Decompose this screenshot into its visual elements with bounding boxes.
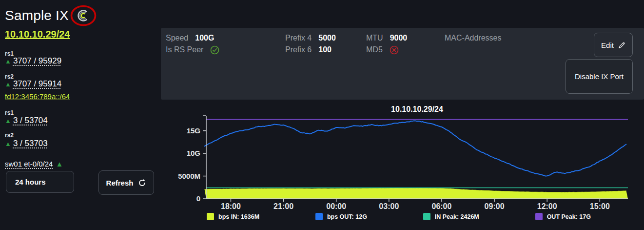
check-circle-icon xyxy=(210,45,219,55)
mac-addresses-field: MAC-Addresses xyxy=(445,33,501,43)
legend-label: bps IN: 1636M xyxy=(218,213,259,220)
rs2-v6-label: rs2 xyxy=(5,132,14,139)
rs-peer-field: Is RS Peer xyxy=(166,45,219,55)
svg-text:15G: 15G xyxy=(187,126,200,135)
mtu-value: 9000 xyxy=(390,34,408,42)
svg-text:15:00: 15:00 xyxy=(590,202,610,210)
legend-item-bps-out[interactable]: bps OUT: 12G xyxy=(315,213,367,220)
up-triangle-icon: ▲ xyxy=(5,58,11,64)
up-triangle-icon: ▲ xyxy=(56,160,63,167)
rs1-v6-prefixes[interactable]: 3 / 53704 xyxy=(13,116,48,125)
prefix4-field: Prefix 4 5000 xyxy=(285,33,336,43)
time-range-select[interactable]: 24 hours xyxy=(6,171,74,193)
header: Sample IX xyxy=(5,5,97,26)
switch-port-link[interactable]: sw01 et-0/0/24 xyxy=(5,160,53,168)
mac-addresses-label: MAC-Addresses xyxy=(445,34,501,42)
speed-value: 100G xyxy=(195,34,214,42)
svg-text:18:00: 18:00 xyxy=(221,202,241,210)
disable-ix-port-button[interactable]: Disable IX Port xyxy=(566,59,633,94)
switch-port-row: sw01 et-0/0/24 ▲ xyxy=(5,160,63,168)
port-info-panel: Speed 100G Is RS Peer Prefix 4 5000 Pref… xyxy=(161,28,644,100)
md5-label: MD5 xyxy=(366,45,383,54)
traffic-chart: 10.10.10.29/2405000M10G15G18:0021:0000:0… xyxy=(161,100,644,211)
ix-dashboard: Sample IX 10.10.10.29/24 rs1 ▲ 3707 / 95… xyxy=(0,0,644,230)
legend-color-swatch xyxy=(423,213,430,220)
page-title: Sample IX xyxy=(5,8,69,23)
svg-text:10G: 10G xyxy=(187,149,200,157)
svg-text:00:00: 00:00 xyxy=(326,202,346,210)
pencil-icon xyxy=(618,42,625,49)
prefix6-value: 100 xyxy=(318,45,332,54)
legend-color-swatch xyxy=(315,213,323,220)
refresh-label: Refresh xyxy=(106,179,134,187)
up-triangle-icon: ▲ xyxy=(5,81,11,87)
rs2-v4-prefixes[interactable]: 3707 / 95914 xyxy=(13,79,61,89)
rs-peer-label: Is RS Peer xyxy=(166,45,203,54)
speed-field: Speed 100G xyxy=(166,33,214,43)
md5-field: MD5 xyxy=(366,45,399,55)
legend-color-swatch xyxy=(535,213,543,220)
chart-legend: bps IN: 1636Mbps OUT: 12GIN Peak: 2426MO… xyxy=(207,213,591,220)
cross-circle-icon xyxy=(390,45,399,55)
svg-text:21:00: 21:00 xyxy=(273,202,293,210)
svg-text:09:00: 09:00 xyxy=(485,202,505,210)
rs1-v4-prefixes[interactable]: 3707 / 95929 xyxy=(13,56,61,66)
up-triangle-icon: ▲ xyxy=(5,141,11,147)
svg-text:12:00: 12:00 xyxy=(537,202,557,210)
prefix4-label: Prefix 4 xyxy=(285,34,312,42)
mtu-label: MTU xyxy=(366,34,383,42)
legend-color-swatch xyxy=(207,213,214,220)
red-annotation-circle xyxy=(71,6,95,25)
edit-label: Edit xyxy=(601,41,614,49)
legend-item-out-peak[interactable]: OUT Peak: 17G xyxy=(535,213,591,220)
ix-logo-annotated xyxy=(70,5,97,26)
legend-item-in-peak[interactable]: IN Peak: 2426M xyxy=(423,213,479,220)
edit-button[interactable]: Edit xyxy=(594,33,633,57)
prefix6-label: Prefix 6 xyxy=(285,45,312,54)
ipv4-address-link[interactable]: 10.10.10.29/24 xyxy=(5,29,70,40)
refresh-icon xyxy=(138,179,146,187)
time-range-value: 24 hours xyxy=(15,178,46,186)
speed-label: Speed xyxy=(166,34,188,42)
ipv6-address-link[interactable]: fd12:3456:789a::/64 xyxy=(5,92,70,101)
svg-text:03:00: 03:00 xyxy=(379,202,399,210)
svg-text:10.10.10.29/24: 10.10.10.29/24 xyxy=(391,105,443,113)
legend-label: bps OUT: 12G xyxy=(327,213,367,220)
rs1-v6-label: rs1 xyxy=(5,109,14,116)
rs2-v6-prefixes[interactable]: 3 / 53703 xyxy=(13,139,48,148)
prefix6-field: Prefix 6 100 xyxy=(285,45,332,55)
svg-text:0: 0 xyxy=(196,194,200,203)
up-triangle-icon: ▲ xyxy=(5,118,11,124)
legend-label: OUT Peak: 17G xyxy=(547,213,591,220)
disable-ix-port-label: Disable IX Port xyxy=(575,71,624,82)
svg-text:06:00: 06:00 xyxy=(431,202,451,210)
mtu-field: MTU 9000 xyxy=(366,33,407,43)
legend-item-bps-in[interactable]: bps IN: 1636M xyxy=(207,213,259,220)
svg-text:5000M: 5000M xyxy=(178,172,200,180)
rs1-v4-row[interactable]: ▲ 3707 / 95929 xyxy=(5,56,61,66)
prefix4-value: 5000 xyxy=(318,34,336,42)
refresh-button[interactable]: Refresh xyxy=(98,170,154,195)
legend-label: IN Peak: 2426M xyxy=(435,213,479,220)
rs1-v6-row[interactable]: ▲ 3 / 53704 xyxy=(5,116,48,125)
rs2-v4-row[interactable]: ▲ 3707 / 95914 xyxy=(5,79,61,89)
rs2-v6-row[interactable]: ▲ 3 / 53703 xyxy=(5,139,48,148)
